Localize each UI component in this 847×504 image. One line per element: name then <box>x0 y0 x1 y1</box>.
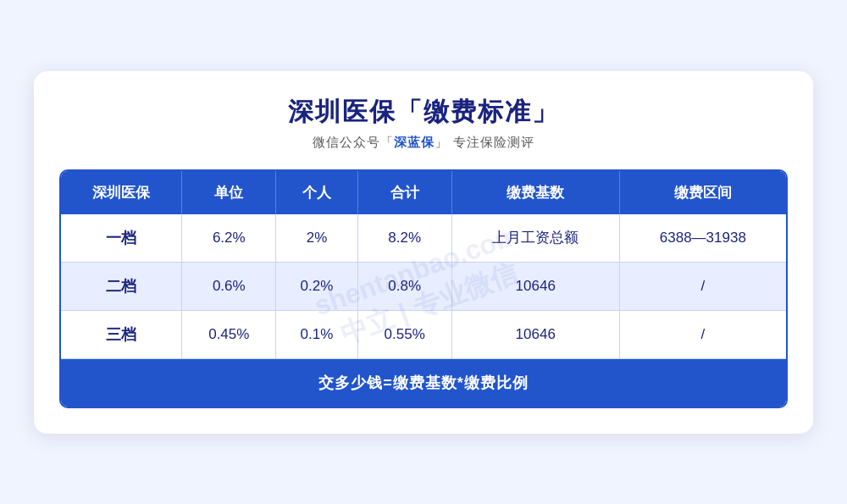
insurance-table: 深圳医保 单位 个人 合计 缴费基数 缴费区间 一档 6.2% 2% 8.2% … <box>59 169 788 408</box>
header: 深圳医保「缴费标准」 微信公众号「深蓝保」 专注保险测评 <box>59 95 788 151</box>
table-row: 二档 0.6% 0.2% 0.8% 10646 / <box>61 263 786 311</box>
footer-label: 交多少钱=缴费基数*缴费比例 <box>61 359 786 407</box>
col-header-personal: 个人 <box>276 171 357 214</box>
row3-base: 10646 <box>452 311 620 359</box>
subtitle: 微信公众号「深蓝保」 专注保险测评 <box>59 135 788 151</box>
subtitle-brand: 深蓝保 <box>394 135 435 149</box>
row2-label: 二档 <box>61 263 182 311</box>
row3-total: 0.55% <box>358 311 452 359</box>
row3-label: 三档 <box>61 311 182 359</box>
row2-total: 0.8% <box>358 263 452 311</box>
table-header-row: 深圳医保 单位 个人 合计 缴费基数 缴费区间 <box>61 171 786 214</box>
col-header-total: 合计 <box>358 171 452 214</box>
row3-range: / <box>620 311 786 359</box>
table-footer-row: 交多少钱=缴费基数*缴费比例 <box>61 359 786 407</box>
table-row: 三档 0.45% 0.1% 0.55% 10646 / <box>61 311 786 359</box>
row1-total: 8.2% <box>358 214 452 263</box>
col-header-base: 缴费基数 <box>452 171 620 214</box>
table-container: shentanbao.com 中立 | 专业微信 深圳医保 单位 个人 合计 缴… <box>59 169 788 408</box>
row2-personal: 0.2% <box>276 263 357 311</box>
row2-unit: 0.6% <box>182 263 276 311</box>
col-header-range: 缴费区间 <box>620 171 786 214</box>
row2-range: / <box>620 263 786 311</box>
row1-range: 6388—31938 <box>620 214 786 263</box>
main-card: 深圳医保「缴费标准」 微信公众号「深蓝保」 专注保险测评 shentanbao.… <box>34 71 813 434</box>
table-row: 一档 6.2% 2% 8.2% 上月工资总额 6388—31938 <box>61 214 786 263</box>
col-header-label: 深圳医保 <box>61 171 182 214</box>
subtitle-suffix: 」 专注保险测评 <box>435 135 534 149</box>
col-header-unit: 单位 <box>182 171 276 214</box>
row1-base: 上月工资总额 <box>452 214 620 263</box>
row2-base: 10646 <box>452 263 620 311</box>
row1-label: 一档 <box>61 214 182 263</box>
row1-personal: 2% <box>276 214 357 263</box>
subtitle-prefix: 微信公众号「 <box>313 135 394 149</box>
row3-personal: 0.1% <box>276 311 357 359</box>
main-title: 深圳医保「缴费标准」 <box>59 95 788 130</box>
row3-unit: 0.45% <box>182 311 276 359</box>
row1-unit: 6.2% <box>182 214 276 263</box>
